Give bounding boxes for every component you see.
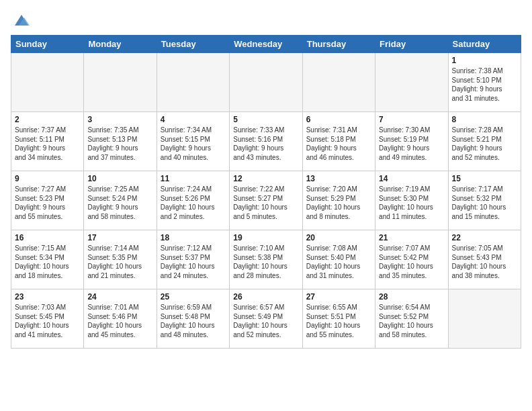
calendar-cell: 17Sunrise: 7:14 AM Sunset: 5:35 PM Dayli… [84,230,157,289]
day-number: 24 [87,292,152,302]
day-info: Sunrise: 7:25 AM Sunset: 5:24 PM Dayligh… [87,185,152,221]
day-number: 8 [452,115,517,124]
day-info: Sunrise: 6:57 AM Sunset: 5:49 PM Dayligh… [233,303,298,339]
calendar-cell: 6Sunrise: 7:31 AM Sunset: 5:18 PM Daylig… [302,112,375,171]
day-number: 12 [233,174,298,183]
weekday-header-thursday: Thursday [302,36,375,53]
calendar-cell: 26Sunrise: 6:57 AM Sunset: 5:49 PM Dayli… [230,289,302,349]
day-info: Sunrise: 6:54 AM Sunset: 5:52 PM Dayligh… [379,303,444,339]
day-number: 16 [15,233,80,242]
day-number: 27 [306,292,371,302]
day-info: Sunrise: 7:20 AM Sunset: 5:29 PM Dayligh… [306,185,371,221]
calendar-cell [11,53,84,112]
calendar-cell [302,53,375,112]
day-info: Sunrise: 7:07 AM Sunset: 5:42 PM Dayligh… [379,244,444,280]
day-info: Sunrise: 7:24 AM Sunset: 5:26 PM Dayligh… [161,185,226,221]
day-number: 14 [379,174,444,183]
day-info: Sunrise: 7:34 AM Sunset: 5:15 PM Dayligh… [161,126,226,162]
weekday-header-wednesday: Wednesday [230,36,302,53]
calendar-cell [84,53,157,112]
calendar-cell: 8Sunrise: 7:28 AM Sunset: 5:21 PM Daylig… [448,112,521,171]
calendar-cell: 16Sunrise: 7:15 AM Sunset: 5:34 PM Dayli… [11,230,84,289]
day-number: 6 [306,115,371,124]
logo-icon [12,11,31,30]
calendar-cell: 25Sunrise: 6:59 AM Sunset: 5:48 PM Dayli… [157,289,229,349]
day-info: Sunrise: 7:35 AM Sunset: 5:13 PM Dayligh… [87,126,152,162]
calendar-table: SundayMondayTuesdayWednesdayThursdayFrid… [11,35,521,349]
calendar-cell: 28Sunrise: 6:54 AM Sunset: 5:52 PM Dayli… [375,289,448,349]
day-info: Sunrise: 6:59 AM Sunset: 5:48 PM Dayligh… [161,303,226,339]
day-number: 4 [161,115,226,124]
calendar-cell: 27Sunrise: 6:55 AM Sunset: 5:51 PM Dayli… [302,289,375,349]
week-row-1: 1Sunrise: 7:38 AM Sunset: 5:10 PM Daylig… [11,53,521,112]
day-info: Sunrise: 7:14 AM Sunset: 5:35 PM Dayligh… [87,244,152,280]
day-number: 5 [233,115,298,124]
day-number: 15 [452,174,517,183]
day-info: Sunrise: 7:05 AM Sunset: 5:43 PM Dayligh… [452,244,517,280]
page-header [11,11,521,30]
day-number: 22 [452,233,517,242]
weekday-header-monday: Monday [84,36,157,53]
calendar-cell [157,53,229,112]
calendar-cell [375,53,448,112]
day-number: 26 [233,292,298,302]
day-number: 23 [15,292,80,302]
week-row-5: 23Sunrise: 7:03 AM Sunset: 5:45 PM Dayli… [11,289,521,349]
day-info: Sunrise: 7:37 AM Sunset: 5:11 PM Dayligh… [15,126,80,162]
calendar-cell: 22Sunrise: 7:05 AM Sunset: 5:43 PM Dayli… [448,230,521,289]
calendar-cell: 18Sunrise: 7:12 AM Sunset: 5:37 PM Dayli… [157,230,229,289]
logo [11,11,31,30]
week-row-2: 2Sunrise: 7:37 AM Sunset: 5:11 PM Daylig… [11,112,521,171]
calendar-cell: 14Sunrise: 7:19 AM Sunset: 5:30 PM Dayli… [375,171,448,230]
calendar-cell: 3Sunrise: 7:35 AM Sunset: 5:13 PM Daylig… [84,112,157,171]
day-number: 11 [161,174,226,183]
calendar-cell: 15Sunrise: 7:17 AM Sunset: 5:32 PM Dayli… [448,171,521,230]
calendar-cell: 24Sunrise: 7:01 AM Sunset: 5:46 PM Dayli… [84,289,157,349]
calendar-cell: 10Sunrise: 7:25 AM Sunset: 5:24 PM Dayli… [84,171,157,230]
day-number: 19 [233,233,298,242]
day-info: Sunrise: 7:17 AM Sunset: 5:32 PM Dayligh… [452,185,517,221]
day-number: 17 [87,233,152,242]
calendar-cell [230,53,302,112]
day-number: 21 [379,233,444,242]
weekday-header-row: SundayMondayTuesdayWednesdayThursdayFrid… [11,36,521,53]
day-info: Sunrise: 7:08 AM Sunset: 5:40 PM Dayligh… [306,244,371,280]
day-info: Sunrise: 6:55 AM Sunset: 5:51 PM Dayligh… [306,303,371,339]
day-info: Sunrise: 7:22 AM Sunset: 5:27 PM Dayligh… [233,185,298,221]
day-info: Sunrise: 7:30 AM Sunset: 5:19 PM Dayligh… [379,126,444,162]
day-info: Sunrise: 7:28 AM Sunset: 5:21 PM Dayligh… [452,126,517,162]
day-info: Sunrise: 7:01 AM Sunset: 5:46 PM Dayligh… [87,303,152,339]
calendar-cell: 4Sunrise: 7:34 AM Sunset: 5:15 PM Daylig… [157,112,229,171]
day-number: 7 [379,115,444,124]
day-number: 25 [161,292,226,302]
calendar-cell: 11Sunrise: 7:24 AM Sunset: 5:26 PM Dayli… [157,171,229,230]
day-number: 13 [306,174,371,183]
week-row-3: 9Sunrise: 7:27 AM Sunset: 5:23 PM Daylig… [11,171,521,230]
calendar-cell: 7Sunrise: 7:30 AM Sunset: 5:19 PM Daylig… [375,112,448,171]
day-info: Sunrise: 7:33 AM Sunset: 5:16 PM Dayligh… [233,126,298,162]
day-info: Sunrise: 7:38 AM Sunset: 5:10 PM Dayligh… [452,66,517,103]
weekday-header-friday: Friday [375,36,448,53]
day-number: 18 [161,233,226,242]
calendar-cell: 9Sunrise: 7:27 AM Sunset: 5:23 PM Daylig… [11,171,84,230]
calendar-cell: 19Sunrise: 7:10 AM Sunset: 5:38 PM Dayli… [230,230,302,289]
day-number: 9 [15,174,80,183]
calendar-cell: 13Sunrise: 7:20 AM Sunset: 5:29 PM Dayli… [302,171,375,230]
calendar-cell: 5Sunrise: 7:33 AM Sunset: 5:16 PM Daylig… [230,112,302,171]
weekday-header-sunday: Sunday [11,36,84,53]
day-number: 1 [452,56,517,65]
day-number: 10 [87,174,152,183]
weekday-header-tuesday: Tuesday [157,36,229,53]
calendar-cell: 2Sunrise: 7:37 AM Sunset: 5:11 PM Daylig… [11,112,84,171]
day-info: Sunrise: 7:27 AM Sunset: 5:23 PM Dayligh… [15,185,80,221]
calendar-cell: 23Sunrise: 7:03 AM Sunset: 5:45 PM Dayli… [11,289,84,349]
calendar-cell: 20Sunrise: 7:08 AM Sunset: 5:40 PM Dayli… [302,230,375,289]
calendar-cell [448,289,521,349]
day-info: Sunrise: 7:10 AM Sunset: 5:38 PM Dayligh… [233,244,298,280]
calendar-cell: 12Sunrise: 7:22 AM Sunset: 5:27 PM Dayli… [230,171,302,230]
day-number: 28 [379,292,444,302]
day-info: Sunrise: 7:19 AM Sunset: 5:30 PM Dayligh… [379,185,444,221]
day-number: 3 [87,115,152,124]
day-info: Sunrise: 7:15 AM Sunset: 5:34 PM Dayligh… [15,244,80,280]
day-info: Sunrise: 7:12 AM Sunset: 5:37 PM Dayligh… [161,244,226,280]
